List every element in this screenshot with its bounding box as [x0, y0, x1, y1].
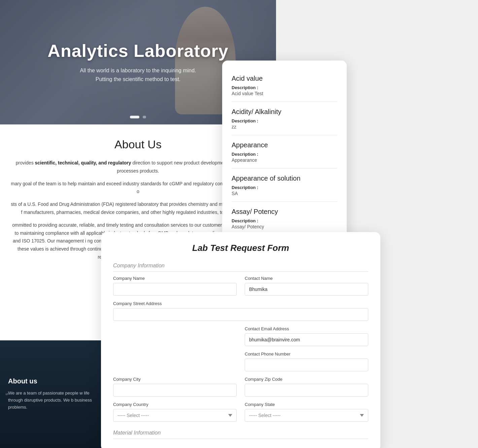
sidebar-label: s — [5, 393, 10, 396]
company-info-grid: Company Name Contact Name Company Street… — [113, 276, 368, 422]
dark-about-section: s About us We are a team of passionate p… — [0, 340, 104, 448]
company-name-input[interactable] — [113, 283, 237, 296]
material-info-section-title: Material Information — [113, 430, 368, 439]
company-name-field: Company Name — [113, 276, 237, 296]
contact-name-field: Contact Name — [245, 276, 368, 296]
hero-carousel-dots — [130, 116, 146, 118]
contact-phone-input[interactable] — [245, 359, 368, 371]
dark-section-text: We are a team of passionate people w lif… — [8, 390, 96, 411]
test-item-desc-label-3: Description : — [232, 185, 337, 190]
contact-email-input[interactable] — [245, 333, 368, 346]
test-item-assay: Assay/ Potency Description : Assay/ Pote… — [232, 202, 337, 235]
company-street-field: Company Street Address — [113, 301, 368, 321]
test-item-desc-value-2: Appearance — [232, 157, 337, 163]
test-item-title-acidity: Acidity/ Alkalinity — [232, 108, 337, 116]
contact-email-field: Contact Email Address — [245, 326, 368, 346]
test-item-title-assay: Assay/ Potency — [232, 208, 337, 216]
test-item-desc-label-4: Description : — [232, 218, 337, 223]
test-item-desc-value-0: Acid value Test — [232, 91, 337, 96]
hero-subtitle-line2: Putting the scientific method to test. — [47, 75, 228, 84]
test-item-desc-value-3: SA — [232, 191, 337, 196]
company-country-select[interactable]: ----- Select ----- — [113, 409, 237, 422]
company-state-select[interactable]: ----- Select ----- — [245, 409, 368, 422]
hero-subtitle: All the world is a laboratory to the inq… — [47, 66, 228, 83]
hero-content: Analytics Laboratory All the world is a … — [41, 34, 235, 90]
form-title: Lab Test Request Form — [113, 243, 368, 253]
company-country-field: Company Country ----- Select ----- — [113, 402, 237, 422]
test-item-title-appearance-solution: Appearance of solution — [232, 175, 337, 182]
company-zip-field: Company Zip Code — [245, 377, 368, 397]
test-item-acidity: Acidity/ Alkalinity Description : zz — [232, 102, 337, 135]
hero-subtitle-line1: All the world is a laboratory to the inq… — [47, 66, 228, 75]
contact-phone-label: Contact Phone Number — [245, 351, 368, 357]
company-state-field: Company State ----- Select ----- — [245, 402, 368, 422]
company-zip-input[interactable] — [245, 384, 368, 397]
carousel-dot-2[interactable] — [143, 116, 146, 118]
contact-phone-field: Contact Phone Number — [245, 351, 368, 371]
company-city-label: Company City — [113, 377, 237, 382]
company-zip-label: Company Zip Code — [245, 377, 368, 382]
test-item-acid-value: Acid value Description : Acid value Test — [232, 69, 337, 102]
test-item-title-acid-value: Acid value — [232, 75, 337, 82]
test-items-card: Acid value Description : Acid value Test… — [222, 61, 347, 243]
dark-section-title: About us — [8, 377, 96, 385]
company-info-section-title: Company Information — [113, 263, 368, 272]
lab-test-request-form-card: Lab Test Request Form Company Informatio… — [101, 232, 380, 448]
hero-title: Analytics Laboratory — [47, 41, 228, 61]
company-street-label: Company Street Address — [113, 301, 368, 306]
test-item-desc-value-1: zz — [232, 124, 337, 129]
test-item-appearance: Appearance Description : Appearance — [232, 135, 337, 169]
company-street-input[interactable] — [113, 308, 368, 321]
test-item-desc-label-1: Description : — [232, 118, 337, 123]
contact-email-label: Contact Email Address — [245, 326, 368, 331]
company-state-label: Company State — [245, 402, 368, 407]
test-item-desc-label-0: Description : — [232, 85, 337, 90]
test-item-title-appearance: Appearance — [232, 141, 337, 149]
contact-name-label: Contact Name — [245, 276, 368, 281]
company-city-input[interactable] — [113, 384, 237, 397]
company-country-label: Company Country — [113, 402, 237, 407]
company-name-label: Company Name — [113, 276, 237, 281]
test-item-desc-value-4: Assay/ Potency — [232, 224, 337, 229]
contact-name-input[interactable] — [245, 283, 368, 296]
carousel-dot-active[interactable] — [130, 116, 139, 118]
company-city-field: Company City — [113, 377, 237, 397]
test-item-desc-label-2: Description : — [232, 152, 337, 157]
test-item-appearance-solution: Appearance of solution Description : SA — [232, 169, 337, 202]
